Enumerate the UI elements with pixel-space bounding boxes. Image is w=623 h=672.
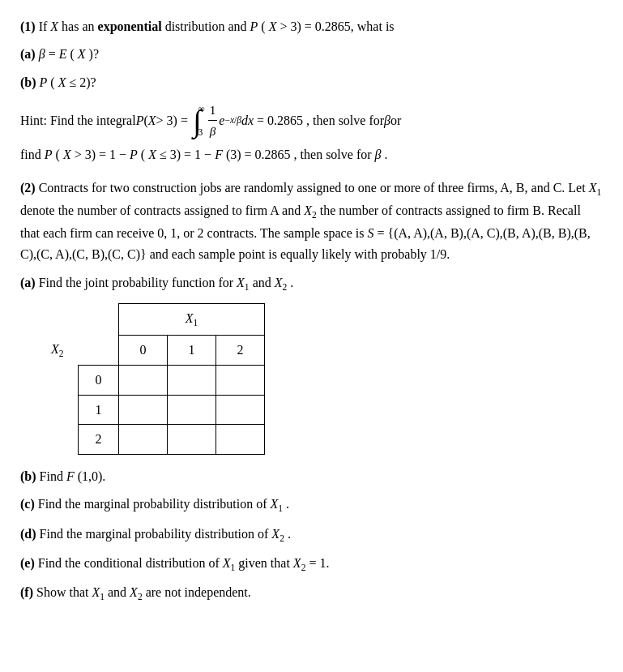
problem2-number: (2) [20, 181, 36, 195]
col-header-1: 1 [168, 335, 216, 366]
cell-0-1 [168, 366, 216, 396]
find-line: find P ( X > 3) = 1 − P ( X ≤ 3) = 1 − F… [20, 144, 603, 165]
empty-cell-tr [79, 304, 119, 336]
problem-2: (2) Contracts for two construction jobs … [20, 178, 603, 605]
cell-1-1 [168, 395, 216, 425]
table-row-0: 0 [36, 366, 265, 396]
problem-1: (1) If X has an exponential distribution… [20, 16, 603, 166]
empty-side [36, 366, 79, 396]
col-header-2: 2 [216, 335, 265, 366]
empty-cell-tl [36, 304, 79, 336]
problem2-intro: (2) Contracts for two construction jobs … [20, 178, 603, 266]
cell-0-2 [216, 366, 265, 396]
cell-1-0 [119, 395, 168, 425]
x1-header-cell: X1 [119, 304, 265, 336]
empty-side2 [36, 395, 79, 425]
table-col-headers: X2 0 1 2 [36, 335, 265, 366]
table-row-2: 2 [36, 425, 265, 455]
empty-divider [79, 335, 119, 366]
problem2-part-a: (a) Find the joint probability function … [20, 272, 603, 295]
integral-expression: ∫ ∞ 3 1 β e −x/β dx [191, 100, 254, 141]
hint-line: Hint: Find the integral P ( X > 3) = ∫ ∞… [20, 100, 603, 141]
problem1-part-b: (b) P ( X ≤ 2)? [20, 72, 603, 93]
row-header-2: 2 [79, 425, 119, 455]
problem2-part-c: (c) Find the marginal probability distri… [20, 494, 603, 516]
problem1-number: (1) [20, 19, 36, 33]
joint-probability-table: X1 X2 0 1 2 0 1 [20, 303, 603, 455]
row-header-0: 0 [79, 366, 119, 396]
problem2-part-e: (e) Find the conditional distribution of… [20, 553, 603, 576]
problem2-part-f: (f) Show that X1 and X2 are not independ… [20, 582, 603, 605]
table-row-1: 1 [36, 395, 265, 425]
x2-label-cell: X2 [36, 335, 79, 366]
problem1-intro: (1) If X has an exponential distribution… [20, 16, 603, 37]
empty-side3 [36, 425, 79, 455]
cell-2-2 [216, 425, 265, 455]
problem2-part-d: (d) Find the marginal probability distri… [20, 524, 603, 546]
problem2-part-b: (b) Find F (1,0). [20, 466, 603, 487]
row-header-1: 1 [79, 395, 119, 425]
cell-2-0 [119, 425, 168, 455]
col-header-0: 0 [119, 335, 168, 366]
probability-table: X1 X2 0 1 2 0 1 [36, 303, 265, 455]
problem1-part-a: (a) β = E ( X )? [20, 44, 603, 65]
cell-2-1 [168, 425, 216, 455]
table-header-row: X1 [36, 304, 265, 336]
cell-1-2 [216, 395, 265, 425]
cell-0-0 [119, 366, 168, 396]
